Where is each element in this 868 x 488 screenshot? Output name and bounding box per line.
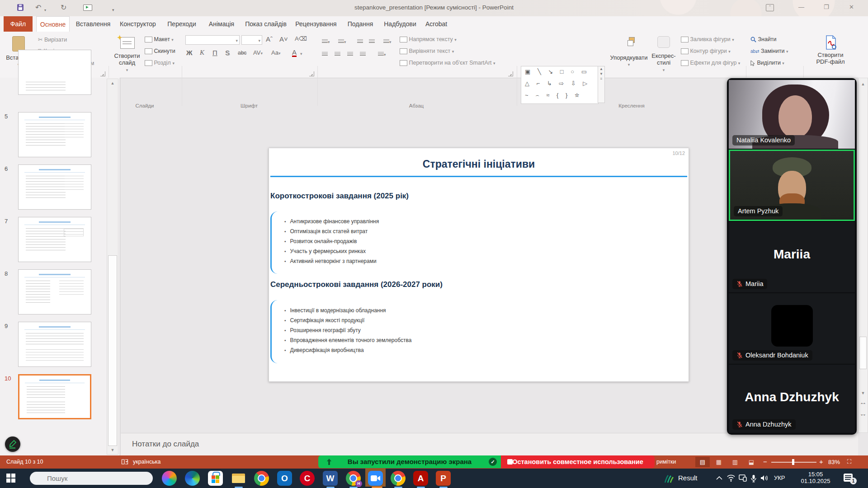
- zoom-slider-thumb[interactable]: [792, 459, 794, 465]
- language-indicator[interactable]: українська: [133, 459, 160, 465]
- font-dialog-launcher[interactable]: [309, 71, 314, 76]
- zoom-out-button[interactable]: −: [763, 458, 767, 465]
- tab-view[interactable]: Подання: [343, 16, 378, 32]
- tab-home[interactable]: Основне: [36, 16, 70, 32]
- thumbnail-slide-4-partial[interactable]: [18, 50, 91, 95]
- thumb-scroll-thumb[interactable]: [108, 255, 117, 446]
- participant-tile-mariia[interactable]: Mariia Mariia: [729, 222, 855, 292]
- participant-tile-artem-active[interactable]: Artem Pyzhuk: [729, 150, 855, 221]
- participant-tile-anna[interactable]: Anna Dzhuzhyk Anna Dzhuzhyk: [729, 365, 855, 433]
- columns-button[interactable]: ▾: [378, 50, 386, 58]
- slide-canvas[interactable]: 10/12 Стратегічні ініціативи Короткостро…: [269, 148, 689, 382]
- create-pdf-button[interactable]: Створити PDF-файл: [807, 34, 854, 55]
- tray-chevron-icon[interactable]: [716, 476, 722, 480]
- wifi-icon[interactable]: [727, 474, 735, 482]
- slide-section-heading[interactable]: Короткострокові завдання (2025 рік): [270, 192, 409, 201]
- font-color-dropdown-icon[interactable]: ▾: [300, 52, 302, 56]
- spellcheck-icon[interactable]: [121, 458, 128, 465]
- slide-sorter-view-button[interactable]: ▦: [712, 457, 726, 467]
- taskbar-icon-file-explorer[interactable]: [231, 471, 246, 486]
- section-button[interactable]: Розділ ▾: [145, 60, 175, 70]
- language-tray-indicator[interactable]: УКР: [774, 474, 785, 481]
- numbering-button[interactable]: ▾: [338, 37, 346, 45]
- cut-button[interactable]: ✂ Вирізати: [38, 36, 67, 47]
- font-color-button[interactable]: А: [292, 49, 297, 57]
- thumbnail-slide-9[interactable]: [18, 322, 91, 367]
- taskbar-icon-store[interactable]: [208, 471, 223, 486]
- tab-design[interactable]: Конструктор: [116, 16, 160, 32]
- tab-transitions[interactable]: Переходи: [163, 16, 201, 32]
- participant-tile-nataliia[interactable]: Nataliia Kovalenko: [729, 80, 855, 149]
- fit-slide-to-window-button[interactable]: ⛶: [847, 458, 851, 465]
- find-button[interactable]: Знайти: [750, 36, 777, 47]
- taskbar-icon-chrome[interactable]: [254, 471, 269, 486]
- shapes-gallery-scrollbar[interactable]: ▲▼≡: [598, 66, 605, 103]
- clipboard-dialog-launcher[interactable]: [100, 71, 105, 76]
- font-size-combo[interactable]: ▾: [241, 35, 262, 45]
- taskbar-icon-copilot[interactable]: [162, 471, 177, 486]
- thumbnail-slide-10-selected[interactable]: [18, 374, 91, 419]
- taskbar-icon-acrobat[interactable]: A: [413, 471, 428, 486]
- slide-title[interactable]: Стратегічні ініціативи: [269, 158, 689, 170]
- taskbar-icon-chrome-2[interactable]: [391, 471, 406, 486]
- align-center-button[interactable]: [335, 50, 340, 58]
- shape-effects-button[interactable]: Ефекти для фігур ▾: [681, 60, 740, 70]
- thumb-scroll-up-icon[interactable]: ▲: [107, 81, 118, 85]
- security-shield-icon[interactable]: ✓: [489, 458, 497, 466]
- tab-acrobat[interactable]: Acrobat: [422, 16, 450, 32]
- main-scroll-thumb[interactable]: [859, 337, 867, 369]
- tab-file[interactable]: Файл: [4, 16, 33, 32]
- taskbar-icon-word[interactable]: W: [323, 471, 338, 486]
- strikethrough-button[interactable]: abc: [238, 50, 246, 56]
- taskbar-icon-powerpoint[interactable]: P: [436, 471, 451, 486]
- close-button[interactable]: ✕: [849, 4, 854, 10]
- notes-pane[interactable]: Нотатки до слайда: [121, 433, 858, 455]
- font-name-combo[interactable]: ▾: [185, 35, 240, 45]
- thumbnail-slide-6[interactable]: [18, 164, 91, 210]
- taskbar-icon-outlook[interactable]: O: [277, 471, 292, 486]
- replace-button[interactable]: ab⇄ Замінити ▾: [750, 48, 788, 59]
- tab-addins[interactable]: Надбудови: [381, 16, 420, 32]
- align-text-button[interactable]: Вирівняти текст ▾: [400, 48, 454, 59]
- next-slide-button[interactable]: ⏷⏷: [859, 413, 868, 417]
- zoom-annotate-button[interactable]: [5, 436, 20, 452]
- shrink-font-button[interactable]: А˅: [279, 35, 288, 43]
- align-right-button[interactable]: [347, 50, 353, 58]
- slide-section-heading[interactable]: Середньострокові завдання (2026-2027 рок…: [270, 280, 443, 289]
- character-spacing-button[interactable]: AV▾: [253, 49, 263, 56]
- layout-button[interactable]: Макет ▾: [145, 36, 174, 47]
- result-app-icon[interactable]: [664, 474, 675, 483]
- tab-animations[interactable]: Анімація: [203, 16, 240, 32]
- taskbar-icon-zoom[interactable]: [368, 471, 383, 486]
- main-scroll-up-icon[interactable]: ▲: [859, 82, 868, 86]
- ribbon-display-options-icon[interactable]: ⌃: [766, 4, 774, 11]
- stop-sharing-button[interactable]: Остановить совместное использование: [501, 455, 655, 468]
- quick-styles-button[interactable]: Експрес- стилі ▾: [650, 34, 677, 61]
- previous-slide-button[interactable]: ⏶⏶: [859, 402, 868, 405]
- main-scroll-down-icon[interactable]: ▼: [859, 391, 868, 395]
- italic-button[interactable]: К: [200, 49, 204, 56]
- taskbar-icon-chrome-profile[interactable]: H: [346, 471, 361, 486]
- participant-tile-oleksandr[interactable]: Oleksandr Bohdaniuk: [729, 293, 855, 364]
- justify-button[interactable]: [360, 50, 366, 58]
- text-direction-button[interactable]: Напрямок тексту ▾: [400, 36, 457, 47]
- text-shadow-button[interactable]: S: [225, 49, 230, 56]
- main-scrollbar[interactable]: ▲ ▼ ⏶⏶ ⏷⏷: [858, 78, 868, 433]
- slideshow-view-button[interactable]: ⬓: [744, 457, 759, 467]
- normal-view-button[interactable]: ▤: [695, 457, 710, 467]
- tray-clock[interactable]: 15:05 01.10.2025: [797, 471, 835, 484]
- bullets-button[interactable]: ▾: [322, 37, 330, 45]
- cast-device-icon[interactable]: [739, 474, 747, 482]
- convert-smartart-button[interactable]: Перетворити на об'єкт SmartArt ▾: [400, 60, 495, 70]
- tab-slideshow[interactable]: Показ слайдів: [242, 16, 289, 32]
- shape-outline-button[interactable]: Контур фігури ▾: [681, 48, 731, 59]
- thumbnail-slide-5[interactable]: [18, 112, 91, 157]
- clear-formatting-button[interactable]: А⌫: [295, 35, 307, 42]
- grow-font-button[interactable]: Аˆ: [266, 35, 273, 43]
- paragraph-dialog-launcher[interactable]: [508, 71, 513, 76]
- minimize-button[interactable]: —: [798, 4, 804, 10]
- microphone-icon[interactable]: [750, 474, 757, 483]
- shape-fill-button[interactable]: Заливка фігури ▾: [681, 36, 734, 47]
- tray-app-label[interactable]: Result: [678, 474, 698, 482]
- line-spacing-button[interactable]: ▾: [383, 37, 392, 45]
